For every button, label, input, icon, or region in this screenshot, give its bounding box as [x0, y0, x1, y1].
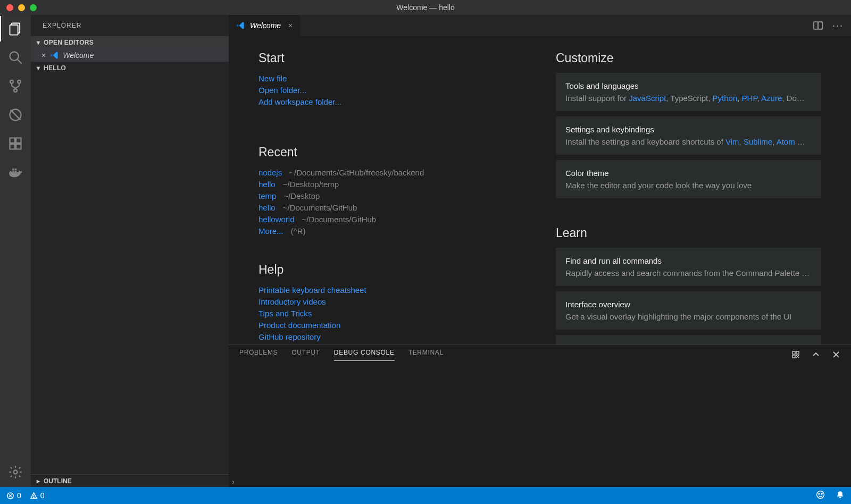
open-folder-link[interactable]: Open folder...: [258, 85, 524, 96]
close-window-icon[interactable]: [6, 4, 13, 11]
help-links: Printable keyboard cheatsheet Introducto…: [258, 284, 524, 345]
errors-count: 0: [17, 491, 21, 500]
lang-link[interactable]: Azure: [761, 94, 782, 103]
recent-link[interactable]: hello: [258, 179, 276, 190]
section-label: OUTLINE: [44, 477, 72, 485]
help-link[interactable]: Printable keyboard cheatsheet: [258, 284, 524, 296]
recent-path: ~/Desktop: [283, 190, 320, 202]
new-file-link[interactable]: New file: [258, 73, 524, 85]
window-controls: [6, 4, 37, 11]
warnings-count: 0: [40, 491, 45, 500]
help-link[interactable]: Product documentation: [258, 320, 524, 331]
recent-item[interactable]: hello~/Desktop/temp: [258, 179, 524, 190]
clear-console-icon[interactable]: [791, 350, 800, 359]
customize-card-keybindings[interactable]: Settings and keybindings Install the set…: [556, 116, 821, 155]
lang-link[interactable]: PHP: [742, 94, 757, 103]
section-label: HELLO: [44, 64, 66, 72]
lang-link[interactable]: JavaScript: [629, 94, 666, 103]
explorer-icon[interactable]: [8, 21, 23, 36]
close-icon[interactable]: ×: [41, 51, 46, 60]
recent-item[interactable]: hello~/Documents/GitHub: [258, 202, 524, 214]
status-bar: 0 0: [0, 487, 851, 504]
panel-tab-problems[interactable]: PROBLEMS: [239, 349, 278, 360]
search-icon[interactable]: [8, 50, 23, 65]
learn-card-commands[interactable]: Find and run all commands Rapidly access…: [556, 248, 821, 286]
chevron-down-icon: ▾: [35, 64, 41, 72]
split-editor-icon[interactable]: [813, 21, 823, 30]
panel-tab-terminal[interactable]: TERMINAL: [408, 349, 444, 360]
svg-rect-9: [10, 138, 15, 143]
notifications-icon[interactable]: [836, 490, 845, 501]
outline-header[interactable]: ▸ OUTLINE: [31, 474, 229, 487]
card-title: Color theme: [565, 169, 812, 178]
help-link[interactable]: Introductory videos: [258, 296, 524, 308]
keymap-link[interactable]: Atom: [777, 137, 795, 146]
window-title: Welcome — hello: [396, 3, 454, 12]
recent-link[interactable]: helloworld: [258, 214, 295, 225]
lang-link[interactable]: Python: [713, 94, 738, 103]
start-heading: Start: [258, 51, 524, 65]
help-heading: Help: [258, 263, 524, 277]
svg-rect-11: [16, 144, 21, 149]
open-editor-item[interactable]: × Welcome: [31, 49, 229, 62]
settings-icon[interactable]: [8, 465, 23, 480]
help-link[interactable]: GitHub repository: [258, 331, 524, 343]
svg-point-29: [819, 493, 820, 494]
customize-heading: Customize: [556, 51, 821, 65]
learn-card-playground[interactable]: Interactive playground: [556, 335, 821, 345]
learn-card-overview[interactable]: Interface overview Get a visual overlay …: [556, 291, 821, 330]
recent-heading: Recent: [258, 145, 524, 159]
recent-more-link[interactable]: More...: [258, 225, 283, 237]
status-warnings[interactable]: 0: [30, 491, 45, 500]
source-control-icon[interactable]: [8, 79, 23, 94]
debug-icon[interactable]: [8, 107, 23, 122]
customize-card-tools[interactable]: Tools and languages Install support for …: [556, 73, 821, 111]
svg-rect-10: [10, 144, 15, 149]
svg-point-27: [34, 497, 34, 498]
recent-path: ~/Desktop/temp: [283, 179, 339, 190]
add-workspace-folder-link[interactable]: Add workspace folder...: [258, 96, 524, 108]
close-icon[interactable]: ×: [288, 21, 293, 30]
card-title: Interface overview: [565, 300, 812, 309]
maximize-window-icon[interactable]: [30, 4, 37, 11]
card-title: Tools and languages: [565, 81, 812, 90]
help-link[interactable]: Tips and Tricks: [258, 308, 524, 320]
svg-rect-1: [10, 25, 18, 35]
recent-link[interactable]: temp: [258, 190, 276, 202]
minimize-window-icon[interactable]: [18, 4, 25, 11]
breadcrumb[interactable]: ›: [229, 475, 851, 487]
bottom-panel: PROBLEMS OUTPUT DEBUG CONSOLE TERMINAL: [229, 345, 851, 475]
panel-tab-output[interactable]: OUTPUT: [291, 349, 320, 360]
feedback-icon[interactable]: [816, 490, 825, 501]
folder-header[interactable]: ▾ HELLO: [31, 62, 229, 74]
docker-icon[interactable]: [8, 165, 23, 180]
more-actions-icon[interactable]: ···: [832, 21, 844, 30]
recent-link[interactable]: hello: [258, 202, 276, 214]
recent-link[interactable]: nodejs: [258, 167, 282, 179]
tab-welcome[interactable]: Welcome ×: [229, 15, 301, 36]
keymap-link[interactable]: Sublime: [744, 137, 772, 146]
title-bar: Welcome — hello: [0, 0, 851, 15]
card-subtitle: Make the editor and your code look the w…: [565, 181, 812, 190]
side-bar: EXPLORER ▾ OPEN EDITORS × Welcome ▾ HELL…: [31, 15, 229, 487]
svg-point-30: [821, 493, 822, 494]
chevron-right-icon: ▸: [35, 477, 41, 485]
keymap-link[interactable]: Vim: [725, 137, 739, 146]
recent-path: ~/Documents/GitHub: [302, 214, 377, 225]
editor-tabs: Welcome × ···: [229, 15, 851, 36]
maximize-panel-icon[interactable]: [812, 350, 820, 359]
open-editors-header[interactable]: ▾ OPEN EDITORS: [31, 36, 229, 49]
panel-tab-debug-console[interactable]: DEBUG CONSOLE: [334, 349, 395, 361]
welcome-page: Start New file Open folder... Add worksp…: [229, 36, 851, 345]
activity-bar: [0, 15, 31, 487]
customize-card-theme[interactable]: Color theme Make the editor and your cod…: [556, 160, 821, 198]
status-errors[interactable]: 0: [6, 491, 21, 500]
recent-item[interactable]: temp~/Desktop: [258, 190, 524, 202]
card-title: Settings and keybindings: [565, 125, 812, 134]
recent-item[interactable]: nodejs~/Documents/GitHub/freesky/backend: [258, 167, 524, 179]
recent-item[interactable]: helloworld~/Documents/GitHub: [258, 214, 524, 225]
recent-path: ~/Documents/GitHub/freesky/backend: [289, 167, 424, 179]
extensions-icon[interactable]: [8, 136, 23, 151]
close-panel-icon[interactable]: [832, 350, 840, 359]
svg-point-13: [14, 471, 18, 474]
